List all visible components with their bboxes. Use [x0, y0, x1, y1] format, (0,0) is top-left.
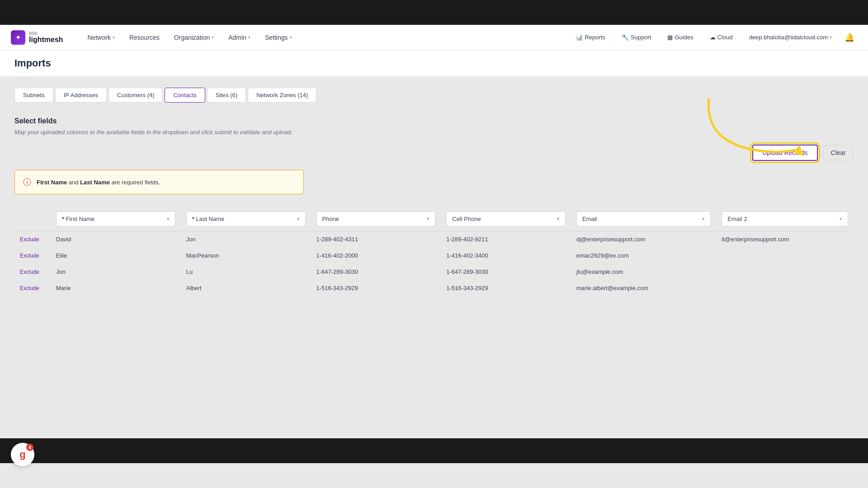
- nav-settings[interactable]: Settings ▾: [259, 30, 298, 45]
- chevron-down-icon: ▾: [557, 216, 560, 222]
- col-email2-header: Email 2 ▾: [716, 207, 854, 231]
- col-cellphone-dropdown[interactable]: Cell Phone ▾: [446, 211, 566, 226]
- row-email: jlu@example.com: [571, 264, 716, 280]
- nav-items: Network ▾ Resources Organization ▾ Admin…: [81, 30, 570, 45]
- table-row: Exclude Marie Albert 1-516-343-2929 1-51…: [14, 280, 854, 296]
- required-field-firstname: First Name: [37, 179, 67, 186]
- chevron-down-icon: ▾: [427, 216, 429, 222]
- row-email2: [716, 280, 854, 296]
- upload-records-button[interactable]: Upload Records: [752, 145, 817, 161]
- row-lastname: Albert: [181, 280, 311, 296]
- nav-right: 📊 Reports 🔧 Support ▦ Guides ☁ Cloud dee…: [569, 30, 857, 45]
- logo-lightmesh: lightmesh: [29, 36, 63, 44]
- col-email-dropdown[interactable]: Email ▾: [576, 211, 711, 226]
- required-field-lastname: Last Name: [80, 179, 110, 186]
- row-lastname: Lu: [181, 264, 311, 280]
- nav-support[interactable]: 🔧 Support: [615, 30, 658, 44]
- warning-text: First Name and Last Name are required fi…: [37, 179, 160, 186]
- notification-bell-icon[interactable]: 🔔: [842, 30, 857, 45]
- top-bar: [0, 0, 868, 25]
- grammarly-letter: g: [19, 449, 25, 460]
- tabs: Subnets IP Addresses Customers (4) Conta…: [14, 88, 854, 103]
- col-action-header: [14, 207, 51, 231]
- col-phone-dropdown[interactable]: Phone ▾: [316, 211, 436, 226]
- tab-customers[interactable]: Customers (4): [108, 88, 163, 103]
- chevron-down-icon: ▾: [830, 35, 832, 40]
- row-phone: 1-289-402-4311: [311, 231, 441, 248]
- table-row: Exclude Jon Lu 1-647-289-3030 1-647-289-…: [14, 264, 854, 280]
- nav-user[interactable]: deep.bhalotia@tidalcloud.com ▾: [743, 30, 838, 44]
- col-lastname-header: * Last Name ▾: [181, 207, 311, 231]
- row-email2: it@enterprisesupport.com: [716, 231, 854, 248]
- exclude-link[interactable]: Exclude: [20, 236, 39, 243]
- nav-network[interactable]: Network ▾: [81, 30, 121, 45]
- logo-tidal: tidal: [29, 31, 63, 36]
- row-phone: 1-647-289-3030: [311, 264, 441, 280]
- table-header: * First Name ▾ * Last Name ▾ Phone: [14, 207, 854, 231]
- col-firstname-header: * First Name ▾: [51, 207, 181, 231]
- nav-resources[interactable]: Resources: [123, 30, 166, 45]
- select-fields-title: Select fields: [14, 117, 854, 125]
- table-header-row: * First Name ▾ * Last Name ▾ Phone: [14, 207, 854, 231]
- page-title: Imports: [14, 57, 854, 69]
- row-action: Exclude: [14, 248, 51, 264]
- col-cellphone-header: Cell Phone ▾: [441, 207, 571, 231]
- row-firstname: Jon: [51, 264, 181, 280]
- tab-contacts[interactable]: Contacts: [165, 88, 205, 103]
- row-lastname: Jon: [181, 231, 311, 248]
- tab-sites[interactable]: Sites (6): [207, 88, 246, 103]
- support-icon: 🔧: [622, 34, 629, 41]
- col-email2-dropdown[interactable]: Email 2 ▾: [722, 211, 848, 226]
- row-email: dj@enterprisesupport.com: [571, 231, 716, 248]
- cloud-icon: ☁: [710, 34, 716, 41]
- chevron-down-icon: ▾: [113, 35, 115, 40]
- logo[interactable]: ✦ tidal lightmesh: [11, 30, 63, 45]
- row-email: marie.albert@example.com: [571, 280, 716, 296]
- page-header: Imports: [0, 50, 868, 77]
- warning-icon: ⓘ: [23, 177, 31, 188]
- chevron-down-icon: ▾: [167, 216, 170, 222]
- nav-cloud[interactable]: ☁ Cloud: [703, 30, 739, 44]
- clear-button[interactable]: Clear: [823, 145, 854, 160]
- col-lastname-dropdown[interactable]: * Last Name ▾: [186, 211, 306, 226]
- action-area: Upload Records Clear: [14, 145, 854, 161]
- content-area: Subnets IP Addresses Customers (4) Conta…: [0, 77, 868, 438]
- tab-subnets[interactable]: Subnets: [14, 88, 53, 103]
- row-firstname: Ellie: [51, 248, 181, 264]
- nav-admin[interactable]: Admin ▾: [222, 30, 257, 45]
- select-fields-description: Map your uploaded columns to the availab…: [14, 129, 854, 136]
- chevron-down-icon: ▾: [212, 35, 214, 40]
- row-cellphone: 1-516-343-2929: [441, 280, 571, 296]
- exclude-link[interactable]: Exclude: [20, 285, 39, 291]
- chevron-down-icon: ▾: [248, 35, 250, 40]
- col-firstname-dropdown[interactable]: * First Name ▾: [56, 211, 175, 226]
- row-cellphone: 1-416-402-3400: [441, 248, 571, 264]
- row-firstname: Marie: [51, 280, 181, 296]
- chevron-down-icon: ▾: [290, 35, 292, 40]
- nav-guides[interactable]: ▦ Guides: [661, 30, 699, 44]
- exclude-link[interactable]: Exclude: [20, 253, 39, 259]
- exclude-link[interactable]: Exclude: [20, 269, 39, 275]
- row-email: emac2929@ex.com: [571, 248, 716, 264]
- row-phone: 1-416-402-2000: [311, 248, 441, 264]
- row-lastname: MacPearson: [181, 248, 311, 264]
- logo-icon: ✦: [11, 30, 25, 45]
- warning-box: ⓘ First Name and Last Name are required …: [14, 170, 304, 194]
- grammarly-icon[interactable]: g 4: [11, 443, 34, 466]
- table-body: Exclude David Jon 1-289-402-4311 1-289-4…: [14, 231, 854, 296]
- bottom-bar: [0, 438, 868, 463]
- chevron-down-icon: ▾: [840, 216, 842, 222]
- row-cellphone: 1-289-402-9211: [441, 231, 571, 248]
- tab-network-zones[interactable]: Network Zones (14): [248, 88, 316, 103]
- table-row: Exclude Ellie MacPearson 1-416-402-2000 …: [14, 248, 854, 264]
- guides-icon: ▦: [667, 34, 673, 41]
- nav-reports[interactable]: 📊 Reports: [569, 30, 612, 44]
- tab-ip-addresses[interactable]: IP Addresses: [55, 88, 107, 103]
- col-email-header: Email ▾: [571, 207, 716, 231]
- row-action: Exclude: [14, 280, 51, 296]
- logo-text: tidal lightmesh: [29, 31, 63, 44]
- row-email2: [716, 248, 854, 264]
- nav-organization[interactable]: Organization ▾: [168, 30, 220, 45]
- row-firstname: David: [51, 231, 181, 248]
- row-email2: [716, 264, 854, 280]
